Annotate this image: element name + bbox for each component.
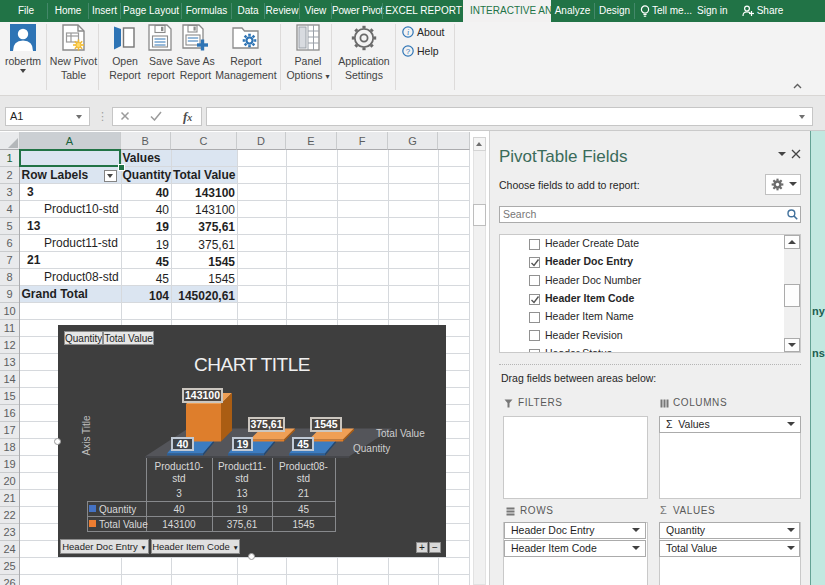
svg-text:i: i	[407, 28, 409, 37]
svg-text:?: ?	[406, 47, 411, 56]
